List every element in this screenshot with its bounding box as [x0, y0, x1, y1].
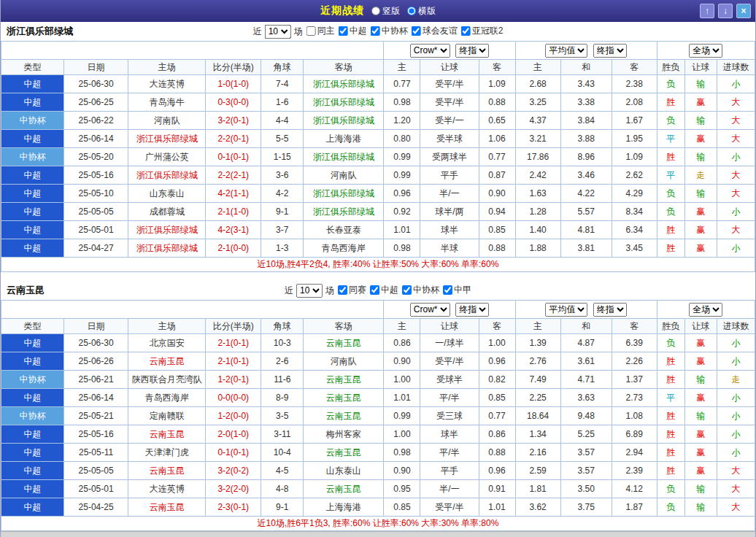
league-filter-checkbox[interactable] — [371, 26, 380, 36]
avg-odds-away: 2.26 — [612, 352, 657, 371]
handicap-odds-time-select[interactable]: 终指 — [455, 303, 489, 317]
col-home: 主场 — [128, 60, 206, 75]
avg-odds-home: 4.37 — [515, 112, 560, 130]
league-filter-checkbox[interactable] — [402, 285, 412, 295]
handicap-line: 球半 — [420, 425, 479, 444]
avg-odds-away: 1.95 — [612, 130, 657, 148]
score-cell: 4-2(1-1) — [206, 185, 261, 203]
average-odds-select[interactable]: 平均值 — [545, 44, 587, 58]
match-row: 中超 25-05-10 山东泰山 4-2(1-1) 4-2 浙江俱乐部绿城 0.… — [1, 185, 755, 203]
league-type-cell: 中超 — [1, 389, 64, 407]
bookmaker-select[interactable]: Crow* — [410, 44, 450, 58]
handicap-odds-home: 0.77 — [384, 75, 420, 93]
league-filter[interactable]: 中协杯 — [371, 25, 408, 37]
league-filter-checkbox[interactable] — [412, 26, 421, 36]
league-filter-checkbox[interactable] — [443, 285, 452, 295]
col-result: 胜负 — [657, 319, 684, 334]
avg-odds-away: 2.94 — [612, 444, 657, 462]
league-filter[interactable]: 中甲 — [443, 284, 471, 296]
league-filter[interactable]: 亚冠联2 — [461, 25, 504, 37]
home-team-cell: 广州蒲公英 — [128, 148, 206, 166]
handicap-odds-time-select[interactable]: 终指 — [455, 44, 489, 58]
handicap-line: 受三球 — [420, 407, 479, 425]
result-handicap-cell: 输 — [684, 498, 717, 517]
league-filter-checkbox[interactable] — [461, 26, 471, 36]
bookmaker-select[interactable]: Crow* — [410, 303, 450, 317]
column-header-row: 类型 日期 主场 比分(半场) 角球 客场 主 让球 客 主 和 客 胜负 让球… — [1, 60, 755, 75]
result-wdl-cell: 胜 — [657, 221, 684, 239]
layout-option-vertical[interactable]: 竖版 — [371, 5, 400, 18]
handicap-odds-away: 0.88 — [479, 239, 515, 258]
move-up-button[interactable]: ↑ — [700, 4, 714, 18]
match-row: 中超 25-05-01 浙江俱乐部绿城 4-2(3-1) 3-7 长春亚泰 1.… — [1, 221, 755, 239]
result-wdl-cell: 胜 — [657, 371, 684, 389]
result-handicap-cell: 输 — [684, 148, 717, 166]
handicap-odds-away: 0.77 — [479, 407, 515, 425]
league-filter[interactable]: 中超 — [339, 25, 367, 37]
europe-odds-time-select[interactable]: 终指 — [593, 44, 627, 58]
avg-odds-away: 2.62 — [612, 166, 657, 185]
league-filter-checkbox[interactable] — [370, 285, 379, 295]
europe-odds-time-select[interactable]: 终指 — [593, 303, 627, 317]
date-cell: 25-06-21 — [64, 371, 128, 389]
col-avg-away: 客 — [612, 319, 657, 334]
date-cell: 25-06-25 — [64, 93, 128, 112]
avg-odds-draw: 3.57 — [560, 462, 612, 480]
col-ah-home: 主 — [384, 319, 420, 334]
league-type-cell: 中超 — [1, 352, 64, 371]
handicap-odds-away: 0.77 — [479, 148, 515, 166]
league-filter[interactable]: 中协杯 — [402, 284, 439, 296]
home-team-cell: 河南队 — [128, 112, 206, 130]
home-team-cell: 山东泰山 — [128, 185, 206, 203]
col-date: 日期 — [64, 319, 128, 334]
results-body-1: 中超 25-06-30 大连英博 1-0(1-0) 7-4 浙江俱乐部绿城 0.… — [1, 75, 755, 258]
average-odds-select[interactable]: 平均值 — [545, 303, 587, 317]
avg-odds-home: 18.64 — [515, 407, 560, 425]
league-filter[interactable]: 同赛 — [338, 284, 366, 296]
vertical-layout-radio[interactable] — [371, 7, 380, 15]
league-filter-checkbox[interactable] — [339, 26, 348, 36]
result-handicap-cell: 赢 — [684, 352, 717, 371]
col-score: 比分(半场) — [206, 319, 261, 334]
result-goals-cell: 小 — [717, 75, 755, 93]
layout-option-horizontal[interactable]: 横版 — [407, 5, 436, 18]
league-filter[interactable]: 同主 — [306, 25, 335, 37]
scope-select[interactable]: 全场 — [689, 44, 722, 58]
section-divider — [1, 272, 755, 281]
team-section-header-1: 浙江俱乐部绿城 近 10 场 同主中超中协杯球会友谊亚冠联2 — [1, 22, 755, 41]
league-type-cell: 中超 — [1, 334, 64, 352]
result-wdl-cell: 胜 — [657, 462, 684, 480]
league-filter[interactable]: 球会友谊 — [412, 25, 458, 37]
league-filter[interactable]: 中超 — [370, 284, 398, 296]
home-team-cell: 大连英博 — [128, 75, 206, 93]
match-count-select[interactable]: 10 — [265, 25, 291, 39]
avg-odds-away: 2.39 — [612, 462, 657, 480]
avg-odds-draw: 4.81 — [560, 221, 612, 239]
avg-odds-away: 2.73 — [612, 389, 657, 407]
horizontal-layout-label: 横版 — [418, 5, 436, 18]
home-team-cell: 北京国安 — [128, 334, 206, 352]
avg-odds-draw: 3.63 — [560, 389, 612, 407]
selects-row-spacer — [1, 301, 384, 319]
league-filter-checkbox[interactable] — [306, 26, 316, 36]
move-down-button[interactable]: ↓ — [718, 4, 733, 18]
corner-cell: 10-3 — [261, 334, 304, 352]
home-team-cell: 青岛海牛 — [128, 93, 206, 112]
handicap-odds-home: 0.92 — [384, 203, 420, 221]
away-team-cell: 云南玉昆 — [304, 371, 384, 389]
avg-odds-draw: 5.25 — [560, 425, 612, 444]
horizontal-layout-radio[interactable] — [407, 7, 416, 15]
handicap-odds-home: 0.99 — [384, 407, 420, 425]
league-type-cell: 中超 — [1, 75, 64, 93]
scope-select[interactable]: 全场 — [689, 303, 722, 317]
league-filter-checkbox[interactable] — [338, 285, 347, 295]
away-team-cell: 云南玉昆 — [304, 334, 384, 352]
result-goals-cell: 大 — [717, 221, 755, 239]
close-button[interactable]: × — [736, 4, 751, 18]
handicap-odds-away: 0.88 — [479, 444, 515, 462]
league-type-cell: 中超 — [1, 166, 64, 185]
handicap-odds-home: 0.99 — [384, 166, 420, 185]
match-count-select[interactable]: 10 — [296, 284, 323, 298]
handicap-odds-home: 0.95 — [384, 480, 420, 498]
col-handicap-result: 让球 — [684, 319, 717, 334]
